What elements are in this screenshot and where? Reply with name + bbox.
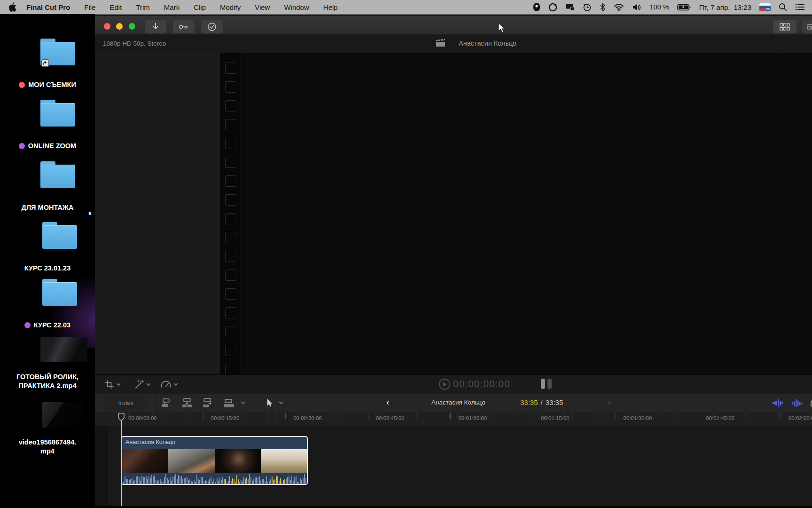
- waveform-bar: [280, 478, 281, 484]
- waveform-bar: [206, 481, 207, 484]
- timeline-project-title[interactable]: Анастасия Кольцо: [431, 399, 485, 406]
- record-app-icon[interactable]: [533, 2, 540, 12]
- chevron-down-icon[interactable]: [116, 383, 121, 386]
- close-button[interactable]: [104, 23, 110, 30]
- waveform-bar: [267, 482, 268, 484]
- waveform-bar: [293, 481, 294, 484]
- waveform-bar: [272, 476, 273, 484]
- menu-mark[interactable]: Mark: [157, 0, 187, 14]
- sprocket-hole: [225, 194, 236, 206]
- partially-hidden-label-text: к: [88, 209, 92, 216]
- waveform-bar: [253, 479, 254, 484]
- chevron-down-icon[interactable]: [173, 383, 178, 386]
- battery-icon[interactable]: [677, 4, 691, 11]
- menu-window[interactable]: Window: [277, 0, 316, 14]
- waveform-bar: [185, 478, 186, 484]
- desktop-folder-online-zoom[interactable]: [40, 100, 75, 127]
- final-cut-pro-window: 1080p HD 50p, Stereo Анастасия Кольцо: [95, 16, 812, 508]
- insert-clip-button[interactable]: [181, 398, 193, 408]
- timeline-view-button-partial[interactable]: [802, 20, 812, 33]
- chevron-down-icon[interactable]: [146, 383, 151, 386]
- bluetooth-icon[interactable]: [600, 3, 606, 12]
- menu-edit[interactable]: Edit: [103, 0, 129, 14]
- waveform-bar: [157, 481, 158, 484]
- menu-date: Пт, 7 апр.: [699, 3, 730, 11]
- grid-view-icon: [780, 23, 790, 31]
- waveform-bar: [298, 482, 299, 484]
- desktop-folder-dlya-montazha[interactable]: [40, 161, 75, 188]
- minimize-button[interactable]: [116, 23, 123, 30]
- overwrite-clip-button[interactable]: [223, 398, 235, 408]
- menu-clock[interactable]: Пт, 7 апр. 13:23: [699, 3, 751, 11]
- display-mirroring-icon[interactable]: [565, 3, 575, 11]
- keywords-button[interactable]: [173, 20, 195, 33]
- clip-name-label: Анастасия Кольцо: [122, 437, 307, 449]
- desktop-label: ГОТОВЫЙ РОЛИК,ПРАКТИКА 2.mp4: [3, 373, 92, 390]
- time-machine-icon[interactable]: [583, 3, 592, 12]
- zoom-button[interactable]: [129, 23, 135, 30]
- audio-skimming-toggle-button[interactable]: [791, 398, 803, 408]
- waveform-bar: [191, 481, 192, 484]
- waveform-bar: [226, 482, 227, 484]
- menu-trim[interactable]: Trim: [129, 0, 156, 14]
- desktop-folder-kurs-230123[interactable]: [42, 222, 77, 249]
- import-media-button[interactable]: [145, 20, 166, 33]
- sprocket-hole: [225, 288, 236, 300]
- timeline-toolbar: Index ‹ Анастасия Кольцо 33:35: [95, 394, 812, 413]
- apple-menu-icon[interactable]: [8, 2, 16, 12]
- desktop-folder-kurs-2203[interactable]: [42, 279, 77, 306]
- strip-view-icon: [807, 23, 812, 31]
- play-button[interactable]: [438, 378, 451, 390]
- ruler-major-tick: [203, 413, 203, 419]
- spotlight-search-icon[interactable]: [779, 3, 787, 11]
- list-menu-icon[interactable]: [795, 3, 804, 11]
- desktop-folder-moi-syemki[interactable]: [40, 39, 75, 65]
- menu-clip[interactable]: Clip: [187, 0, 213, 14]
- active-app-name[interactable]: Final Cut Pro: [19, 3, 77, 11]
- chevron-down-icon[interactable]: [279, 401, 283, 405]
- waveform-bar: [228, 481, 229, 484]
- waveform-bar: [143, 477, 144, 484]
- input-source-flag-icon[interactable]: РС: [759, 3, 771, 11]
- menu-help[interactable]: Help: [316, 0, 345, 14]
- adobe-creative-cloud-icon[interactable]: [548, 3, 557, 12]
- retime-button[interactable]: [160, 380, 172, 389]
- playhead-line[interactable]: [121, 421, 122, 506]
- index-button[interactable]: Index: [104, 396, 148, 410]
- clapperboard-icon: [436, 39, 445, 47]
- enhance-wand-button[interactable]: [134, 379, 144, 389]
- skimming-toggle-button[interactable]: [772, 398, 784, 408]
- menu-file[interactable]: File: [77, 0, 102, 14]
- previous-item-button[interactable]: ‹: [386, 397, 389, 407]
- time-separator: /: [541, 398, 543, 406]
- crop-tool-button[interactable]: [104, 380, 114, 389]
- scrub-handle-light[interactable]: [541, 379, 545, 389]
- waveform-bar: [187, 477, 187, 484]
- connect-clip-button[interactable]: [161, 398, 172, 408]
- browser-grid-view-button[interactable]: [773, 20, 796, 33]
- waveform-bar: [165, 474, 166, 484]
- ruler-timecode-label: 00:01:00:00: [458, 415, 487, 421]
- waveform-bar: [262, 479, 263, 484]
- wifi-icon[interactable]: [614, 3, 624, 11]
- menu-modify[interactable]: Modify: [213, 0, 248, 14]
- select-tool-button[interactable]: [266, 398, 273, 407]
- waveform-bar: [127, 479, 128, 484]
- background-tasks-button[interactable]: [201, 20, 223, 33]
- volume-icon[interactable]: [632, 3, 642, 11]
- waveform-bar: [250, 477, 251, 484]
- desktop-file-video-thumbnail[interactable]: [42, 402, 86, 428]
- timeline-ruler[interactable]: 00:00:00:0000:00:15:0000:00:30:0000:00:4…: [95, 412, 812, 426]
- waveform-bar: [141, 476, 142, 484]
- solo-toggle-button-partial[interactable]: [810, 398, 812, 408]
- menu-view[interactable]: View: [248, 0, 277, 14]
- waveform-bar: [212, 482, 213, 484]
- scrub-handle-dark[interactable]: [547, 379, 552, 389]
- chevron-down-icon[interactable]: [241, 401, 245, 405]
- append-clip-button[interactable]: [202, 398, 213, 408]
- tag-dot-purple: [24, 322, 31, 328]
- desktop-file-gotovy-rolik-thumbnail[interactable]: [40, 337, 87, 362]
- timeline-clip-selected[interactable]: Анастасия Кольцо: [121, 436, 308, 485]
- next-item-button[interactable]: ›: [608, 397, 611, 407]
- desktop-label: КУРС 23.01.23: [3, 264, 92, 273]
